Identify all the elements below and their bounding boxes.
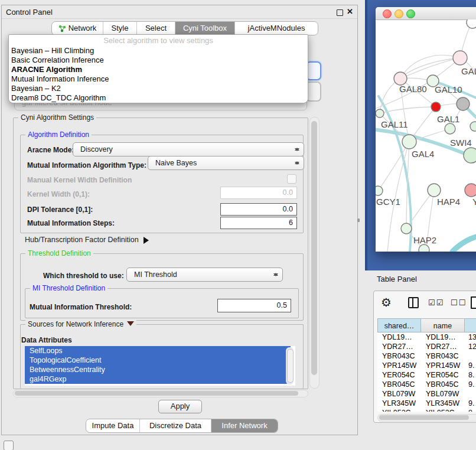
- minimize-traffic-icon[interactable]: [395, 9, 403, 18]
- gear-icon[interactable]: ⚙: [381, 295, 392, 309]
- network-node[interactable]: [453, 51, 467, 65]
- network-edge[interactable]: [376, 129, 476, 167]
- table-row[interactable]: YPR145WYPR145W9.: [377, 361, 476, 370]
- apply-button[interactable]: Apply: [158, 400, 202, 413]
- network-node[interactable]: [464, 148, 476, 163]
- settings-horizontal-scrollbar[interactable]: [13, 390, 308, 397]
- aracne-mode-label: Aracne Mode:: [27, 146, 74, 154]
- table-row[interactable]: YBL079WYBL079W: [377, 389, 476, 399]
- tab-discretize-data[interactable]: Discretize Data: [140, 419, 211, 432]
- table-cell: YLR345W: [377, 399, 421, 408]
- table-cell: YIL052C: [377, 408, 421, 412]
- table-row[interactable]: YDR27…YDR27…12: [377, 342, 476, 351]
- document-icon[interactable]: [471, 296, 476, 309]
- hub-definition-label: Hub/Transcription Factor Definition: [25, 236, 139, 244]
- tab-label: Discretize Data: [149, 419, 201, 432]
- tab-network[interactable]: Network: [52, 22, 103, 35]
- table-panel: ⚙ ☑☑ ☐☐ shared…nameA YDL19…YDL19…13YDR27…: [373, 291, 476, 423]
- float-panel-icon[interactable]: [337, 9, 343, 16]
- hub-definition-toggle[interactable]: Hub/Transcription Factor Definition: [25, 236, 152, 244]
- manual-kernel-label: Manual Kernel Width Definition: [27, 176, 132, 184]
- network-node[interactable]: [467, 19, 476, 28]
- close-traffic-icon[interactable]: [383, 9, 392, 18]
- table-row[interactable]: YDL19…YDL19…13: [377, 332, 476, 342]
- network-node[interactable]: [431, 102, 441, 112]
- algorithm-option-aracne-algorithm[interactable]: ARACNE Algorithm: [9, 65, 308, 74]
- aracne-mode-select[interactable]: Discovery: [73, 142, 304, 156]
- table-panel-title: Table Panel: [377, 275, 417, 283]
- table-row[interactable]: YBR043CYBR043C: [377, 351, 476, 361]
- zoom-traffic-icon[interactable]: [406, 9, 415, 18]
- network-node[interactable]: [376, 109, 384, 118]
- tab-cyni-toolbox[interactable]: Cyni Toolbox: [175, 22, 235, 35]
- column-header-a[interactable]: A: [465, 318, 476, 332]
- column-header-name[interactable]: name: [421, 318, 465, 332]
- network-icon: [58, 24, 66, 32]
- which-threshold-select[interactable]: MI Threshold: [126, 268, 283, 282]
- minimized-panel-icon[interactable]: [4, 441, 14, 450]
- network-node[interactable]: [394, 72, 407, 85]
- node-label-gal7: GAL7: [461, 66, 476, 76]
- algorithm-option-bayesian-k2[interactable]: Bayesian – K2: [9, 84, 308, 93]
- table-cell: YER054C: [377, 370, 421, 380]
- network-node[interactable]: [419, 244, 429, 252]
- algorithm-option-bayesian-hill-climbing[interactable]: Bayesian – Hill Climbing: [9, 46, 308, 56]
- table-row[interactable]: YBR045CYBR045C9.: [377, 380, 476, 389]
- attribute-item-betweennesscentrality[interactable]: BetweennessCentrality: [25, 365, 291, 374]
- sources-title[interactable]: Sources for Network Inference: [25, 320, 136, 328]
- mi-type-select[interactable]: Naive Bayes: [148, 156, 304, 170]
- table-row[interactable]: YLR345WYLR345W9.: [377, 399, 476, 408]
- settings-vertical-scrollbar[interactable]: [309, 117, 319, 389]
- algorithm-option-dream8-dc-tdc-algorithm[interactable]: Dream8 DC_TDC Algorithm: [9, 93, 308, 103]
- network-view-window[interactable]: GAL7GAL80GAL10GAL1GAL11GAL4SWI4GCY1HAP4Y…: [376, 7, 476, 252]
- network-node[interactable]: [470, 122, 476, 131]
- deselect-all-icon[interactable]: ☐☐: [451, 298, 467, 307]
- split-pane-handle[interactable]: [357, 219, 360, 222]
- table-cell: YPR145W: [421, 361, 465, 370]
- tab-impute-data[interactable]: Impute Data: [86, 419, 140, 432]
- dpi-tolerance-field[interactable]: 0.0: [220, 203, 297, 216]
- tab-select[interactable]: Select: [137, 22, 175, 35]
- table-horizontal-scrollbar[interactable]: [377, 414, 476, 422]
- chevron-down-icon: [127, 321, 134, 330]
- network-node[interactable]: [376, 186, 383, 195]
- table-cell: 8.: [465, 408, 476, 412]
- network-node[interactable]: [401, 223, 412, 234]
- table-cell: YBL079W: [377, 389, 421, 399]
- tab-infer-network[interactable]: Infer Network: [211, 419, 278, 432]
- network-graph-canvas[interactable]: GAL7GAL80GAL10GAL1GAL11GAL4SWI4GCY1HAP4Y…: [376, 19, 476, 252]
- network-node[interactable]: [428, 184, 441, 197]
- close-icon[interactable]: ✕: [347, 7, 353, 16]
- node-label-y: Y: [472, 197, 476, 207]
- sources-title-text: Sources for Network Inference: [28, 320, 123, 328]
- mi-steps-field[interactable]: 6: [220, 217, 297, 229]
- mi-threshold-field[interactable]: 0.5: [217, 299, 291, 312]
- select-all-icon[interactable]: ☑☑: [428, 298, 444, 307]
- network-node[interactable]: [402, 135, 416, 149]
- split-columns-icon[interactable]: [408, 297, 419, 308]
- attribute-item-topologicalcoefficient[interactable]: TopologicalCoefficient: [25, 356, 291, 365]
- table-row[interactable]: YER054CYER054C8.: [377, 370, 476, 380]
- table-cell: YIL052C: [421, 408, 465, 412]
- attribute-list-scrollbar[interactable]: [286, 347, 294, 384]
- network-node[interactable]: [445, 123, 455, 134]
- node-label-gal4: GAL4: [412, 149, 434, 159]
- network-edge[interactable]: [452, 233, 476, 252]
- kernel-width-field[interactable]: 0.0: [220, 187, 297, 199]
- column-header-shared[interactable]: shared…: [377, 318, 421, 332]
- table-row[interactable]: YIL052CYIL052C8.: [377, 408, 476, 412]
- algorithm-option-basic-correlation-inference[interactable]: Basic Correlation Inference: [9, 56, 308, 65]
- table-cell: YPR145W: [377, 361, 421, 370]
- threshold-definition-title: Threshold Definition: [25, 249, 93, 257]
- manual-kernel-checkbox[interactable]: [287, 174, 296, 184]
- tab-jactivemnodules[interactable]: jActiveMNodules: [235, 22, 318, 35]
- network-node[interactable]: [465, 184, 476, 197]
- attribute-item-gal4rgexp[interactable]: gal4RGexp: [25, 374, 291, 384]
- algorithm-definition-title: Algorithm Definition: [25, 131, 92, 139]
- attribute-item-selfloops[interactable]: SelfLoops: [25, 346, 291, 356]
- algorithm-option-mutual-information-inference[interactable]: Mutual Information Inference: [9, 74, 308, 84]
- table-cell: YER054C: [421, 370, 465, 380]
- network-node[interactable]: [457, 97, 470, 110]
- table-cell: 9.: [465, 361, 476, 370]
- tab-style[interactable]: Style: [103, 22, 137, 35]
